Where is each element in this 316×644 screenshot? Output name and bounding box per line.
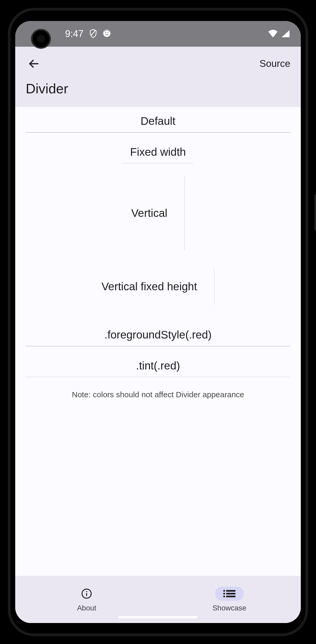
phone-frame: 9:47 <box>0 0 316 644</box>
svg-point-7 <box>86 591 87 592</box>
divider-tint <box>26 377 290 377</box>
status-left: 9:47 <box>65 28 111 39</box>
demo-foreground: .foregroundStyle(.red) <box>15 329 301 346</box>
source-link[interactable]: Source <box>260 58 290 69</box>
demo-label-vertical-fixed: Vertical fixed height <box>102 280 197 293</box>
list-icon <box>223 589 235 598</box>
status-time: 9:47 <box>65 28 83 39</box>
demo-label-tint: .tint(.red) <box>26 359 290 377</box>
back-button[interactable] <box>26 56 41 72</box>
content-area[interactable]: Default Fixed width Vertical <box>15 107 301 576</box>
phone-inner: 9:47 <box>8 8 308 636</box>
camera-cutout <box>31 29 51 49</box>
home-indicator[interactable] <box>119 616 197 618</box>
divider-fixed-width <box>123 163 193 164</box>
demo-default: Default <box>15 115 301 133</box>
demo-vertical: Vertical <box>15 176 301 250</box>
nav-showcase-label: Showcase <box>212 604 246 612</box>
phone-side-button <box>314 194 316 231</box>
svg-rect-9 <box>226 590 235 592</box>
demo-label-vertical: Vertical <box>131 207 167 219</box>
nav-about-label: About <box>77 604 96 612</box>
divider-vertical <box>185 176 185 250</box>
header-row: Source <box>26 55 290 73</box>
svg-rect-8 <box>223 590 225 592</box>
nav-showcase[interactable]: Showcase <box>158 576 301 623</box>
demo-label-fixed-width: Fixed width <box>26 146 290 163</box>
cellular-icon <box>281 29 290 39</box>
status-right <box>268 29 290 39</box>
face-icon <box>103 29 111 38</box>
wifi-icon <box>268 29 278 39</box>
demo-label-default: Default <box>26 115 290 132</box>
svg-rect-11 <box>226 593 235 594</box>
screen: 9:47 <box>15 21 301 623</box>
demo-tint: .tint(.red) <box>15 359 301 377</box>
svg-line-0 <box>91 31 95 35</box>
nav-about[interactable]: About <box>15 576 158 623</box>
shield-icon <box>89 29 97 39</box>
svg-point-3 <box>107 32 108 33</box>
divider-foreground <box>26 346 290 346</box>
svg-point-1 <box>103 30 110 37</box>
demo-vertical-fixed: Vertical fixed height <box>15 268 301 305</box>
info-icon <box>81 588 92 599</box>
page-title: Divider <box>26 81 290 96</box>
arrow-left-icon <box>28 58 39 69</box>
note-text: Note: colors should not affect Divider a… <box>15 390 301 399</box>
nav-about-icon-wrap <box>72 587 101 601</box>
nav-showcase-icon-wrap <box>215 587 244 601</box>
bottom-nav: About Showcase <box>15 576 301 623</box>
svg-rect-10 <box>223 593 225 594</box>
app-header: Source Divider <box>15 47 301 107</box>
divider-default <box>26 132 290 133</box>
demo-fixed-width: Fixed width <box>15 146 301 164</box>
svg-rect-12 <box>223 596 225 597</box>
demo-label-foreground: .foregroundStyle(.red) <box>26 329 290 346</box>
status-bar: 9:47 <box>15 21 301 47</box>
svg-rect-13 <box>226 596 235 597</box>
svg-point-2 <box>105 32 106 33</box>
divider-vertical-fixed <box>214 268 215 305</box>
